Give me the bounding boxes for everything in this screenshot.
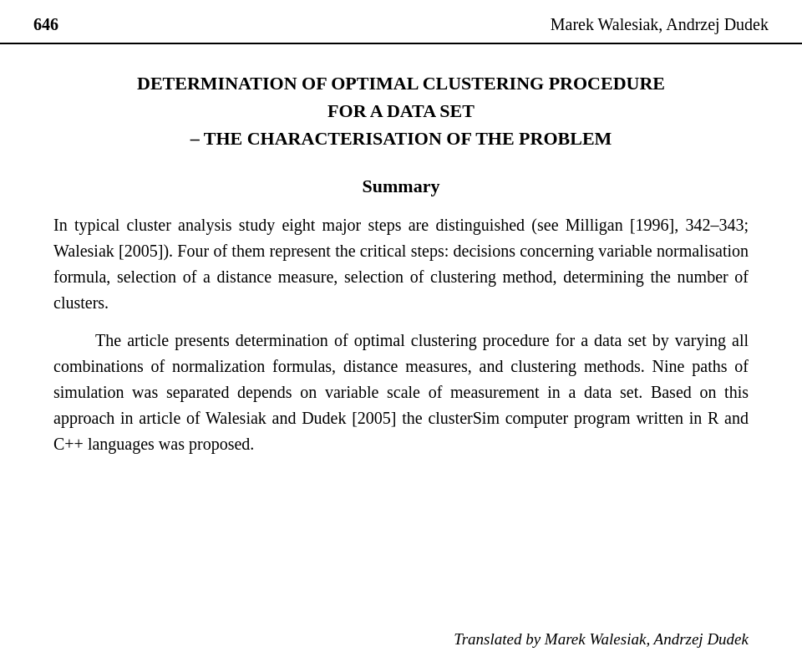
title-line-1: DETERMINATION OF OPTIMAL CLUSTERING PROC… <box>53 69 749 97</box>
title-line-2: FOR A DATA SET <box>53 97 749 125</box>
article-content: DETERMINATION OF OPTIMAL CLUSTERING PROC… <box>0 44 802 502</box>
summary-heading: Summary <box>53 176 749 197</box>
article-title: DETERMINATION OF OPTIMAL CLUSTERING PROC… <box>53 69 749 152</box>
page-number: 646 <box>33 15 58 34</box>
header-authors: Marek Walesiak, Andrzej Dudek <box>551 15 769 34</box>
paragraph-2: The article presents determination of op… <box>53 328 749 457</box>
footer-text: Translated by Marek Walesiak, Andrzej Du… <box>454 630 749 648</box>
page-header: 646 Marek Walesiak, Andrzej Dudek <box>0 0 802 44</box>
footer-translation: Translated by Marek Walesiak, Andrzej Du… <box>454 630 749 649</box>
title-line-3: – THE CHARACTERISATION OF THE PROBLEM <box>53 125 749 152</box>
page: 646 Marek Walesiak, Andrzej Dudek DETERM… <box>0 0 802 672</box>
paragraph-1: In typical cluster analysis study eight … <box>53 212 749 316</box>
